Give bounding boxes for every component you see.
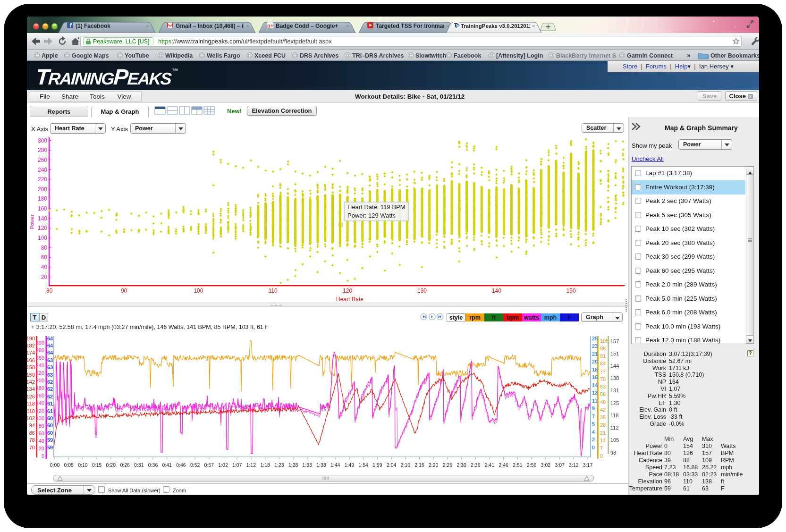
svg-text:100: 100 <box>38 235 47 241</box>
svg-text:21: 21 <box>600 430 606 436</box>
svg-text:64: 64 <box>47 350 53 355</box>
svg-text:1:59: 1:59 <box>372 462 382 468</box>
svg-text:80: 80 <box>39 423 44 429</box>
svg-text:150: 150 <box>27 372 35 378</box>
svg-text:200: 200 <box>36 378 44 383</box>
svg-text:62: 62 <box>47 386 53 392</box>
svg-text:105: 105 <box>610 437 619 443</box>
svg-text:160: 160 <box>36 393 44 398</box>
svg-text:86: 86 <box>29 430 35 436</box>
svg-text:100: 100 <box>194 287 203 294</box>
svg-text:Heart Rate: Heart Rate <box>336 296 363 303</box>
svg-text:56: 56 <box>600 391 606 397</box>
svg-text:0:05: 0:05 <box>64 462 74 468</box>
svg-text:63: 63 <box>47 364 53 370</box>
svg-text:2: 2 <box>592 437 595 442</box>
svg-text:260: 260 <box>38 157 47 163</box>
svg-text:0: 0 <box>592 445 595 450</box>
svg-text:151: 151 <box>610 351 619 356</box>
svg-text:2:56: 2:56 <box>527 462 537 468</box>
svg-text:21: 21 <box>592 351 598 357</box>
svg-text:3:02: 3:02 <box>541 462 551 468</box>
svg-text:105: 105 <box>600 338 609 344</box>
svg-text:0:15: 0:15 <box>92 462 102 468</box>
svg-text:100: 100 <box>36 415 44 421</box>
svg-text:0:20: 0:20 <box>106 462 116 468</box>
svg-text:70: 70 <box>600 376 606 382</box>
svg-text:131: 131 <box>610 388 619 393</box>
svg-text:94: 94 <box>29 422 35 428</box>
svg-text:120: 120 <box>38 225 47 231</box>
svg-text:112: 112 <box>610 425 619 431</box>
svg-text:0:57: 0:57 <box>204 462 214 468</box>
svg-text:160: 160 <box>38 205 47 212</box>
svg-text:62: 62 <box>47 379 53 385</box>
svg-text:0: 0 <box>42 453 44 459</box>
svg-text:220: 220 <box>38 176 47 183</box>
svg-text:77: 77 <box>600 369 606 374</box>
svg-text:3:12: 3:12 <box>569 462 579 468</box>
svg-text:91: 91 <box>600 353 606 359</box>
svg-text:3:17: 3:17 <box>583 462 593 468</box>
svg-text:62: 62 <box>47 394 53 399</box>
svg-text:182: 182 <box>27 343 35 348</box>
svg-text:Power: Power <box>29 214 35 229</box>
svg-text:63: 63 <box>600 384 606 389</box>
svg-text:20: 20 <box>592 359 598 364</box>
svg-text:300: 300 <box>38 137 47 144</box>
svg-text:138: 138 <box>610 375 619 381</box>
svg-text:200: 200 <box>38 186 47 193</box>
svg-text:190: 190 <box>27 336 35 341</box>
svg-text:1:07: 1:07 <box>232 462 242 468</box>
svg-text:240: 240 <box>36 363 44 368</box>
svg-text:63: 63 <box>47 357 53 363</box>
svg-text:28: 28 <box>600 422 606 428</box>
svg-text:9: 9 <box>592 405 595 411</box>
svg-text:260: 260 <box>36 355 44 361</box>
svg-text:16: 16 <box>592 374 598 380</box>
svg-text:280: 280 <box>38 147 47 153</box>
svg-text:142: 142 <box>27 379 35 385</box>
svg-text:110: 110 <box>269 287 278 294</box>
svg-text:240: 240 <box>38 167 47 173</box>
svg-text:0: 0 <box>600 453 603 459</box>
svg-text:120: 120 <box>343 287 352 294</box>
svg-text:2:36: 2:36 <box>471 462 481 468</box>
svg-text:300: 300 <box>36 340 44 346</box>
svg-text:4: 4 <box>592 429 595 435</box>
svg-text:0:10: 0:10 <box>78 462 88 468</box>
svg-text:23: 23 <box>592 343 598 349</box>
svg-text:35: 35 <box>600 414 606 420</box>
svg-text:60: 60 <box>47 415 53 421</box>
svg-text:0:31: 0:31 <box>134 462 144 468</box>
svg-text:2:46: 2:46 <box>499 462 508 468</box>
svg-text:118: 118 <box>610 413 619 418</box>
svg-text:2:25: 2:25 <box>443 462 453 468</box>
svg-text:61: 61 <box>47 408 53 414</box>
svg-text:64: 64 <box>47 336 53 341</box>
svg-text:80: 80 <box>46 287 53 294</box>
svg-text:90: 90 <box>121 287 127 294</box>
svg-text:25: 25 <box>592 336 598 341</box>
svg-text:60: 60 <box>39 431 44 436</box>
svg-text:14: 14 <box>600 438 606 443</box>
svg-text:1:02: 1:02 <box>218 462 228 468</box>
svg-text:110: 110 <box>27 408 35 414</box>
svg-text:134: 134 <box>27 386 35 392</box>
svg-text:1:23: 1:23 <box>274 462 284 468</box>
svg-text:0:36: 0:36 <box>148 462 158 468</box>
svg-text:40: 40 <box>41 264 48 270</box>
svg-text:63: 63 <box>47 372 53 378</box>
svg-text:20: 20 <box>39 446 44 451</box>
svg-text:2:30: 2:30 <box>456 462 466 468</box>
svg-text:125: 125 <box>610 400 619 406</box>
svg-text:60: 60 <box>47 430 53 436</box>
svg-text:180: 180 <box>36 385 44 391</box>
svg-text:7: 7 <box>592 414 595 419</box>
svg-text:2:41: 2:41 <box>485 462 495 468</box>
svg-text:2:51: 2:51 <box>513 462 523 468</box>
svg-text:80: 80 <box>41 245 48 251</box>
svg-text:59: 59 <box>47 437 53 443</box>
svg-text:150: 150 <box>566 287 576 294</box>
svg-text:0:26: 0:26 <box>120 462 130 468</box>
